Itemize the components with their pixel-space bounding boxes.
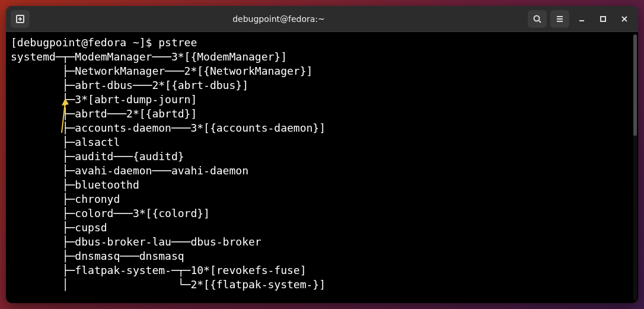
output-line: ├─auditd───{auditd} [11,149,633,164]
new-tab-icon [15,14,25,24]
output-line: ├─colord───3*[{colord}] [11,206,633,221]
output-line: ├─avahi-daemon───avahi-daemon [11,164,633,178]
svg-point-3 [534,15,540,21]
output-line: ├─abrtd───2*[{abrtd}] [11,107,633,121]
output-line: ├─cupsd [11,221,633,235]
hamburger-icon [555,14,565,24]
close-icon [621,15,628,23]
maximize-icon [600,15,607,23]
titlebar: debugpoint@fedora:~ [6,6,638,32]
output-line: ├─3*[abrt-dump-journ] [11,93,633,107]
output-line: systemd─┬─ModemManager───3*[{ModemManage… [11,50,633,64]
output-line: ├─abrt-dbus───2*[{abrt-dbus}] [11,78,633,93]
search-icon [533,14,542,24]
new-tab-button[interactable] [11,10,30,28]
output-line: ├─dnsmasq───dnsmasq [11,249,633,263]
svg-rect-9 [601,17,605,21]
output-line: ├─chronyd [11,192,633,206]
close-button[interactable] [616,11,633,27]
window-title: debugpoint@fedora:~ [33,14,524,24]
output-line: ├─NetworkManager───2*[{NetworkManager}] [11,64,633,78]
terminal-window: debugpoint@fedora:~ [6,6,638,303]
scroll-thumb[interactable] [633,34,637,136]
svg-line-4 [539,21,541,23]
terminal-body[interactable]: [debugpoint@fedora ~]$ pstree systemd─┬─… [6,32,638,303]
output-line: ├─alsactl [11,135,633,149]
maximize-button[interactable] [594,11,612,27]
scrollbar[interactable] [633,34,637,301]
prompt: [debugpoint@fedora ~]$ [11,36,158,49]
minimize-button[interactable] [573,11,591,27]
search-button[interactable] [528,10,547,28]
output-line: ├─bluetoothd [11,178,633,192]
prompt-line: [debugpoint@fedora ~]$ pstree [11,36,633,50]
output-line: │ └─2*[{flatpak-system-}] [11,278,633,292]
command: pstree [158,36,197,49]
output-line: ├─flatpak-system-─┬─10*[revokefs-fuse] [11,263,633,278]
minimize-icon [578,15,585,23]
menu-button[interactable] [550,10,569,28]
output-line: ├─dbus-broker-lau───dbus-broker [11,235,633,249]
output-line: ├─accounts-daemon───3*[{accounts-daemon}… [11,121,633,135]
